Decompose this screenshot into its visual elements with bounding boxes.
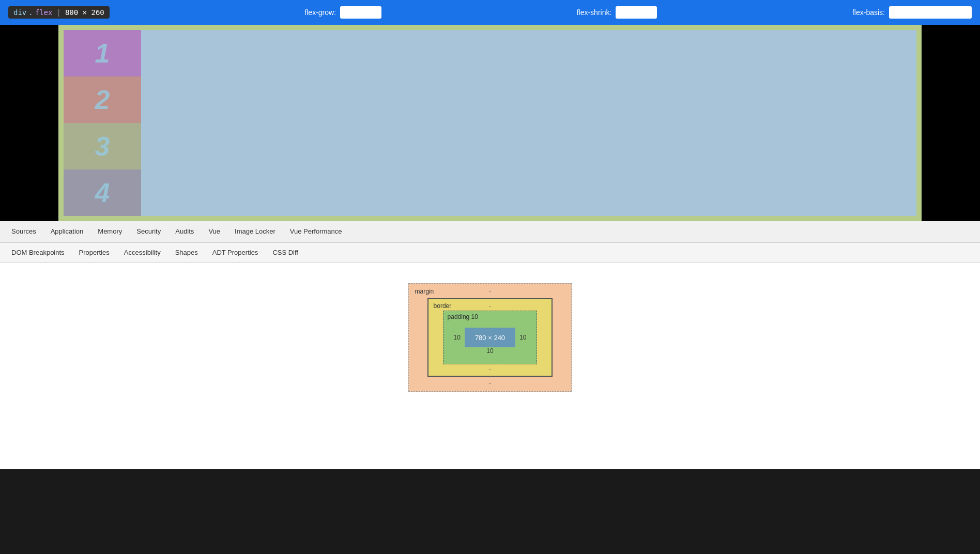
tab-vue-performance[interactable]: Vue Performance xyxy=(283,223,349,240)
tag-dot: . xyxy=(28,8,33,17)
tab-dom-breakpoints[interactable]: DOM Breakpoints xyxy=(4,245,72,259)
flex-item-2: 2 xyxy=(64,76,141,123)
tab-security[interactable]: Security xyxy=(129,223,168,240)
padding-label: padding 10 xyxy=(448,313,478,320)
flex-grow-label: flex-grow: xyxy=(304,8,336,17)
flex-item-4: 4 xyxy=(64,170,141,216)
tab-image-locker[interactable]: Image Locker xyxy=(227,223,283,240)
toolbar: div . flex | 800 × 260 flex-grow: flex-s… xyxy=(0,0,980,25)
padding-left-value: 10 xyxy=(454,334,461,341)
margin-label: margin xyxy=(415,288,434,295)
flex-grow-input[interactable] xyxy=(340,6,381,19)
content-row: 10 780 × 240 10 xyxy=(454,328,527,347)
flex-basis-label: flex-basis: xyxy=(852,8,885,17)
flex-items-column: 1 2 3 4 xyxy=(64,30,141,216)
flex-item-1: 1 xyxy=(64,30,141,76)
border-box: border - padding 10 10 780 × 240 10 10 xyxy=(427,298,553,377)
tab-properties[interactable]: Properties xyxy=(72,245,117,259)
tab-sources[interactable]: Sources xyxy=(4,223,43,240)
margin-box: margin - border - padding 10 10 780 × 24… xyxy=(408,283,572,392)
padding-bottom-value: 10 xyxy=(454,347,527,355)
devtools-tabs-row1: Sources Application Memory Security Audi… xyxy=(0,221,980,243)
border-label: border xyxy=(434,302,452,310)
tag-element: div xyxy=(13,8,26,17)
flex-basis-group: flex-basis: auto xyxy=(852,6,972,19)
flex-basis-input[interactable]: auto xyxy=(889,6,972,19)
tab-memory[interactable]: Memory xyxy=(90,223,129,240)
margin-dash-bottom: - xyxy=(489,380,491,387)
tab-css-diff[interactable]: CSS Diff xyxy=(265,245,305,259)
flex-demo-wrapper: 1 2 3 4 xyxy=(58,25,922,221)
flex-grow-group: flex-grow: xyxy=(304,6,381,19)
border-dash-top: - xyxy=(489,302,491,310)
flex-shrink-label: flex-shrink: xyxy=(577,8,612,17)
padding-box: padding 10 10 780 × 240 10 10 xyxy=(443,311,538,364)
tag-separator: | xyxy=(56,8,60,17)
devtools-tabs-row2: DOM Breakpoints Properties Accessibility… xyxy=(0,243,980,263)
tab-vue[interactable]: Vue xyxy=(201,223,227,240)
padding-right-value: 10 xyxy=(519,334,526,341)
tag-dimensions: 800 × 260 xyxy=(65,8,104,17)
content-dimensions: 780 × 240 xyxy=(475,334,505,342)
tab-application[interactable]: Application xyxy=(43,223,91,240)
tag-property: flex xyxy=(35,8,53,17)
flex-shrink-input[interactable]: 1 xyxy=(616,6,657,19)
margin-dash-top: - xyxy=(489,288,491,295)
flex-main-area xyxy=(141,30,916,216)
border-dash-bottom: - xyxy=(489,365,491,373)
main-content: 1 2 3 4 xyxy=(0,25,980,221)
flex-item-3: 3 xyxy=(64,123,141,170)
flex-shrink-group: flex-shrink: 1 xyxy=(577,6,657,19)
tab-audits[interactable]: Audits xyxy=(168,223,201,240)
box-model-diagram: margin - border - padding 10 10 780 × 24… xyxy=(408,283,572,392)
element-tag: div . flex | 800 × 260 xyxy=(8,6,110,19)
tab-accessibility[interactable]: Accessibility xyxy=(117,245,168,259)
content-box: 780 × 240 xyxy=(465,328,515,347)
tab-adt-properties[interactable]: ADT Properties xyxy=(205,245,266,259)
tab-shapes[interactable]: Shapes xyxy=(168,245,205,259)
box-model-area: margin - border - padding 10 10 780 × 24… xyxy=(0,263,980,469)
